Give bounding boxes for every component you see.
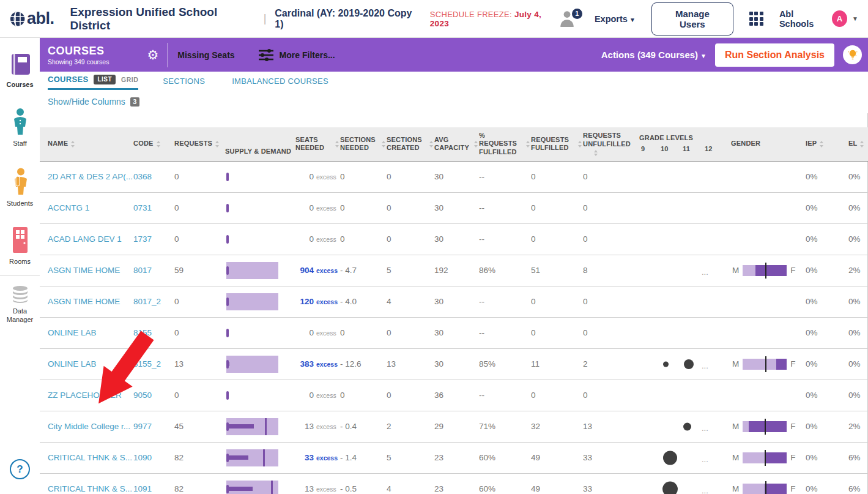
course-code-link[interactable]: 9977 — [133, 422, 152, 431]
course-code-link[interactable]: 8155 — [133, 328, 152, 337]
pct-requests-fulfilled-value: -- — [479, 161, 531, 192]
sort-icon[interactable] — [429, 141, 433, 148]
course-code-link[interactable]: 8155_2 — [133, 359, 161, 369]
user-notifications[interactable]: 1 — [559, 10, 579, 28]
sidebar-item-data-manager[interactable]: Data Manager — [0, 285, 40, 324]
column-header-avg-capacity[interactable]: AVG CAPACITY — [434, 127, 479, 161]
course-code-link[interactable]: 0731 — [133, 203, 152, 212]
course-name-link[interactable]: ZZ PLACEHOLDER — [48, 391, 122, 400]
column-header-requests-fulfilled[interactable]: REQUESTS FULFILLED — [531, 127, 583, 161]
course-code-link[interactable]: 9050 — [133, 391, 152, 400]
help-button[interactable]: ? — [10, 459, 30, 479]
column-header-requests-unfulfilled[interactable]: REQUESTS UNFULFILLED — [583, 127, 639, 161]
column-header-seats-needed[interactable]: SEATS NEEDED — [295, 127, 340, 161]
sections-created-value: 4 — [387, 286, 434, 317]
sort-icon[interactable] — [860, 141, 864, 148]
column-header-name[interactable]: NAME — [40, 127, 133, 161]
table-row[interactable]: City Middle College r... 9977 45 13exces… — [40, 411, 868, 442]
column-header-sections-created[interactable]: SECTIONS CREATED — [387, 127, 434, 161]
manage-users-button[interactable]: Manage Users — [651, 2, 733, 36]
page-title: COURSES — [48, 45, 109, 58]
sort-icon[interactable] — [594, 150, 598, 157]
requests-value: 0 — [174, 161, 225, 192]
gender-male-label: M — [732, 266, 739, 275]
table-row[interactable]: ONLINE LAB 8155_2 13 383excess - 12.6 13… — [40, 348, 868, 380]
iep-value: 0% — [803, 473, 846, 494]
course-name-link[interactable]: ONLINE LAB — [48, 359, 97, 369]
requests-value: 0 — [174, 192, 225, 223]
gear-icon[interactable]: ⚙ — [147, 48, 158, 61]
table-row[interactable]: ONLINE LAB 8155 0 0excess 0 0 30 -- 0 0 … — [40, 317, 868, 348]
table-row[interactable]: ASGN TIME HOME 8017_2 0 120excess - 4.0 … — [40, 286, 868, 317]
table-row[interactable]: ACCNTG 1 0731 0 0excess 0 0 30 -- 0 0 0%… — [40, 192, 868, 223]
table-row[interactable]: ACAD LANG DEV 1 1737 0 0excess 0 0 30 --… — [40, 223, 868, 255]
table-row[interactable]: ZZ PLACEHOLDER 9050 0 0excess 0 0 36 -- … — [40, 380, 868, 411]
list-view-toggle[interactable]: LIST — [94, 75, 116, 84]
sections-needed-value: - 4.0 — [340, 286, 387, 317]
column-header-pct-requests-fulfilled[interactable]: % REQUESTS FULFILLED — [479, 127, 531, 161]
iep-value: 0% — [803, 223, 846, 255]
sort-icon[interactable] — [820, 141, 823, 148]
table-row[interactable]: 2D ART & DES 2 AP(... 0368 0 0excess 0 0… — [40, 161, 868, 192]
course-name-link[interactable]: ASGN TIME HOME — [48, 297, 120, 306]
database-icon — [10, 285, 31, 304]
sort-icon[interactable] — [215, 141, 219, 148]
sidebar-item-students[interactable]: Students — [0, 168, 40, 208]
course-name-link[interactable]: 2D ART & DES 2 AP(... — [48, 172, 133, 181]
tab-imbalanced-courses[interactable]: IMBALANCED COURSES — [232, 77, 328, 86]
abl-logo[interactable]: abl. — [9, 9, 54, 28]
sort-icon[interactable] — [526, 141, 530, 148]
lightbulb-icon[interactable] — [843, 45, 862, 64]
course-name-link[interactable]: ASGN TIME HOME — [48, 266, 120, 275]
course-code-link[interactable]: 1090 — [133, 453, 152, 462]
column-header-sections-needed[interactable]: SECTIONS NEEDED — [340, 127, 387, 161]
sidebar-item-staff[interactable]: Staff — [0, 108, 40, 148]
course-name-link[interactable]: CRITICAL THNK & S... — [48, 484, 132, 493]
more-filters-button[interactable]: More Filters... — [258, 48, 335, 62]
table-row[interactable]: CRITICAL THNK & S... 1091 82 13excess - … — [40, 473, 868, 494]
sort-icon[interactable] — [382, 141, 385, 148]
course-code-link[interactable]: 8017 — [133, 266, 152, 275]
column-header-iep[interactable]: IEP — [803, 127, 846, 161]
course-name-link[interactable]: CRITICAL THNK & S... — [48, 453, 132, 462]
course-name-link[interactable]: ONLINE LAB — [48, 328, 97, 337]
gender-female-label: F — [790, 422, 795, 431]
sidebar-item-label: Students — [7, 200, 33, 208]
sort-icon[interactable] — [157, 141, 160, 148]
column-header-el[interactable]: EL — [846, 127, 868, 161]
missing-seats-filter[interactable]: Missing Seats — [177, 50, 234, 60]
sort-icon[interactable] — [474, 141, 478, 148]
column-header-code[interactable]: CODE — [133, 127, 174, 161]
course-name-link[interactable]: City Middle College r... — [48, 422, 130, 431]
course-code-link[interactable]: 8017_2 — [133, 297, 161, 306]
course-name-link[interactable]: ACCNTG 1 — [48, 203, 89, 212]
tab-sections[interactable]: SECTIONS — [163, 77, 205, 86]
iep-value: 0% — [803, 380, 846, 411]
run-section-analysis-button[interactable]: Run Section Analysis — [715, 43, 834, 67]
requests-fulfilled-value: 49 — [531, 442, 583, 473]
sort-icon[interactable] — [71, 141, 75, 148]
app-grid-icon[interactable] — [749, 12, 763, 26]
course-code-link[interactable]: 0368 — [133, 172, 152, 181]
course-code-link[interactable]: 1091 — [133, 484, 152, 493]
sidebar-item-courses[interactable]: Courses — [0, 51, 40, 89]
sidebar-item-rooms[interactable]: Rooms — [0, 226, 40, 266]
sort-icon[interactable] — [335, 141, 339, 148]
show-hide-columns-link[interactable]: Show/Hide Columns3 — [48, 97, 139, 107]
table-row[interactable]: ASGN TIME HOME 8017 59 904excess - 4.7 5… — [40, 255, 868, 286]
grid-view-toggle[interactable]: GRID — [121, 76, 138, 83]
el-value: 6% — [846, 442, 868, 473]
actions-label: Actions (349 Courses) — [601, 50, 698, 60]
table-row[interactable]: CRITICAL THNK & S... 1090 82 33excess - … — [40, 442, 868, 473]
sidebar-item-label: Courses — [6, 81, 33, 89]
course-name-link[interactable]: ACAD LANG DEV 1 — [48, 234, 122, 244]
grade-levels-dots — [639, 286, 731, 317]
tab-courses[interactable]: COURSES LIST GRID — [48, 72, 138, 90]
sort-icon[interactable] — [578, 141, 582, 148]
actions-dropdown[interactable]: Actions (349 Courses)▼ — [601, 50, 707, 60]
sidebar-item-label: Data Manager — [0, 307, 40, 324]
exports-dropdown[interactable]: Exports▼ — [595, 14, 636, 24]
course-code-link[interactable]: 1737 — [133, 234, 152, 244]
column-header-requests[interactable]: REQUESTS — [174, 127, 225, 161]
account-menu[interactable]: Abl Schools A ▼ — [779, 9, 858, 29]
